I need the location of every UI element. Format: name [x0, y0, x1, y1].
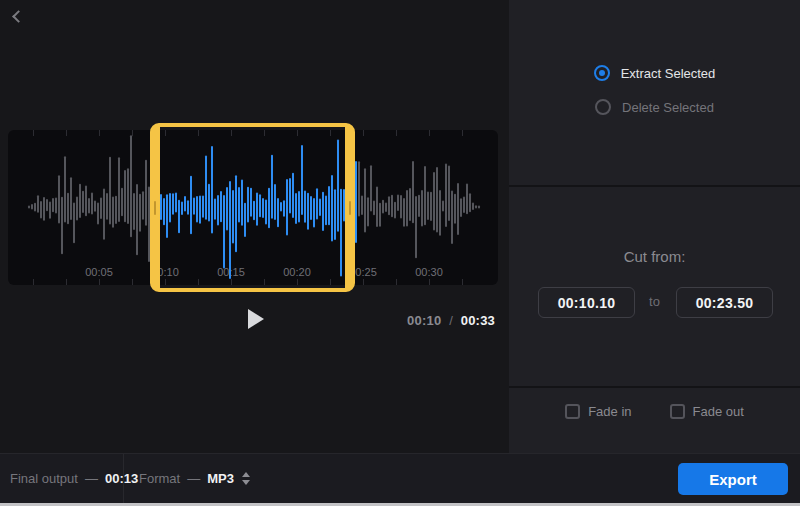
ruler-tick: [99, 130, 100, 136]
settings-panel: Extract Selected Delete Selected Cut fro…: [509, 0, 800, 453]
ruler-tick: [396, 130, 397, 136]
fade-out-label: Fade out: [693, 404, 744, 419]
ruler-tick: [66, 130, 67, 136]
ruler-tick: [66, 279, 67, 285]
dash: —: [85, 471, 98, 486]
fade-out-checkbox-item[interactable]: Fade out: [670, 404, 744, 419]
back-button[interactable]: [8, 7, 30, 29]
waveform-time-label: 00:30: [415, 266, 443, 278]
radio-extract-selected[interactable]: Extract Selected: [509, 56, 800, 90]
ruler-tick: [429, 279, 430, 285]
format-stepper-icon[interactable]: [242, 472, 250, 485]
ruler-tick: [462, 279, 463, 285]
ruler-tick: [462, 130, 463, 136]
waveform-time-label: 00:05: [85, 266, 113, 278]
fade-options: Fade in Fade out: [509, 404, 800, 419]
radio-delete-label: Delete Selected: [622, 100, 714, 115]
chevron-up-icon: [242, 472, 250, 477]
checkbox-unchecked-icon[interactable]: [565, 404, 580, 419]
chevron-down-icon: [242, 480, 250, 485]
ruler-tick: [132, 130, 133, 136]
time-separator: /: [445, 313, 457, 328]
total-time: 00:33: [461, 313, 495, 328]
time-readout: 00:10 / 00:33: [407, 313, 495, 328]
fade-in-label: Fade in: [588, 404, 631, 419]
radio-selected-icon: [594, 65, 610, 81]
fade-in-checkbox-item[interactable]: Fade in: [565, 404, 631, 419]
final-output-label: Final output: [10, 471, 78, 486]
radio-delete-selected[interactable]: Delete Selected: [509, 90, 800, 124]
ruler-tick: [132, 279, 133, 285]
final-output: Final output — 00:13: [10, 454, 138, 503]
export-button[interactable]: Export: [678, 463, 788, 495]
format-value: MP3: [207, 471, 234, 486]
chevron-left-icon: [12, 10, 25, 23]
selection-left-handle-icon[interactable]: [154, 201, 156, 215]
ruler-tick: [33, 279, 34, 285]
current-time: 00:10: [407, 313, 441, 328]
dash: —: [187, 471, 200, 486]
radio-extract-label: Extract Selected: [621, 66, 716, 81]
ruler-tick: [33, 130, 34, 136]
play-button[interactable]: [244, 308, 266, 330]
final-output-value: 00:13: [105, 471, 138, 486]
footer-divider: [123, 454, 124, 503]
radio-unselected-icon: [595, 99, 611, 115]
mode-radio-group: Extract Selected Delete Selected: [509, 56, 800, 124]
format-label: Format: [139, 471, 180, 486]
ruler-tick: [429, 130, 430, 136]
ruler-tick: [99, 279, 100, 285]
cut-to-input[interactable]: [676, 287, 773, 318]
ruler-tick: [396, 279, 397, 285]
play-icon: [248, 309, 264, 329]
cut-from-title: Cut from:: [509, 248, 800, 265]
panel-divider: [509, 386, 800, 388]
checkbox-unchecked-icon[interactable]: [670, 404, 685, 419]
editor-area: 00:0500:1000:1500:2000:2500:30 00:10 / 0…: [0, 0, 509, 453]
format-selector[interactable]: Format — MP3: [139, 454, 250, 503]
selection-right-handle-icon[interactable]: [349, 201, 351, 215]
panel-divider: [509, 185, 800, 187]
selection-box[interactable]: [150, 123, 355, 292]
ruler-tick: [363, 279, 364, 285]
ruler-tick: [363, 130, 364, 136]
footer-bar: Final output — 00:13 Format — MP3 Export: [0, 453, 800, 503]
